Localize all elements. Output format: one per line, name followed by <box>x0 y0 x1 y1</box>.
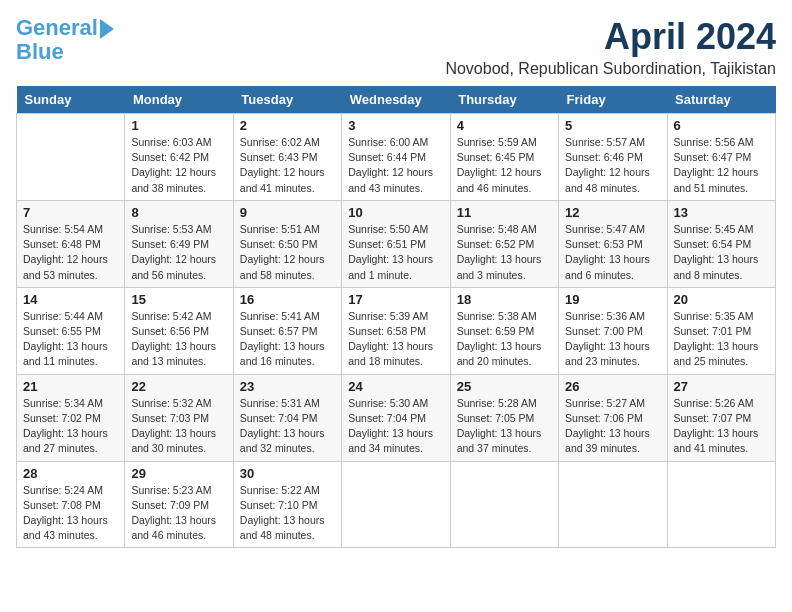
day-info: Sunrise: 5:22 AMSunset: 7:10 PMDaylight:… <box>240 483 335 544</box>
calendar-cell: 13Sunrise: 5:45 AMSunset: 6:54 PMDayligh… <box>667 200 775 287</box>
day-number: 3 <box>348 118 443 133</box>
calendar-cell: 22Sunrise: 5:32 AMSunset: 7:03 PMDayligh… <box>125 374 233 461</box>
day-info: Sunrise: 5:57 AMSunset: 6:46 PMDaylight:… <box>565 135 660 196</box>
day-info: Sunrise: 5:48 AMSunset: 6:52 PMDaylight:… <box>457 222 552 283</box>
calendar-header-row: SundayMondayTuesdayWednesdayThursdayFrid… <box>17 86 776 114</box>
day-number: 5 <box>565 118 660 133</box>
calendar-cell: 28Sunrise: 5:24 AMSunset: 7:08 PMDayligh… <box>17 461 125 548</box>
calendar-cell: 9Sunrise: 5:51 AMSunset: 6:50 PMDaylight… <box>233 200 341 287</box>
day-info: Sunrise: 5:44 AMSunset: 6:55 PMDaylight:… <box>23 309 118 370</box>
header-monday: Monday <box>125 86 233 114</box>
day-info: Sunrise: 5:26 AMSunset: 7:07 PMDaylight:… <box>674 396 769 457</box>
calendar-cell <box>667 461 775 548</box>
calendar-cell: 23Sunrise: 5:31 AMSunset: 7:04 PMDayligh… <box>233 374 341 461</box>
calendar-cell: 4Sunrise: 5:59 AMSunset: 6:45 PMDaylight… <box>450 114 558 201</box>
day-number: 19 <box>565 292 660 307</box>
page-header: General Blue April 2024 Novobod, Republi… <box>16 16 776 78</box>
day-info: Sunrise: 5:54 AMSunset: 6:48 PMDaylight:… <box>23 222 118 283</box>
calendar-cell: 25Sunrise: 5:28 AMSunset: 7:05 PMDayligh… <box>450 374 558 461</box>
day-number: 4 <box>457 118 552 133</box>
day-number: 28 <box>23 466 118 481</box>
day-number: 15 <box>131 292 226 307</box>
day-info: Sunrise: 6:00 AMSunset: 6:44 PMDaylight:… <box>348 135 443 196</box>
calendar-cell: 30Sunrise: 5:22 AMSunset: 7:10 PMDayligh… <box>233 461 341 548</box>
calendar-cell: 7Sunrise: 5:54 AMSunset: 6:48 PMDaylight… <box>17 200 125 287</box>
calendar-cell <box>17 114 125 201</box>
day-info: Sunrise: 5:31 AMSunset: 7:04 PMDaylight:… <box>240 396 335 457</box>
day-number: 12 <box>565 205 660 220</box>
day-number: 26 <box>565 379 660 394</box>
day-info: Sunrise: 5:38 AMSunset: 6:59 PMDaylight:… <box>457 309 552 370</box>
calendar-table: SundayMondayTuesdayWednesdayThursdayFrid… <box>16 86 776 548</box>
header-saturday: Saturday <box>667 86 775 114</box>
calendar-cell: 16Sunrise: 5:41 AMSunset: 6:57 PMDayligh… <box>233 287 341 374</box>
week-row-1: 1Sunrise: 6:03 AMSunset: 6:42 PMDaylight… <box>17 114 776 201</box>
header-thursday: Thursday <box>450 86 558 114</box>
logo-line1: General <box>16 16 114 40</box>
calendar-cell: 24Sunrise: 5:30 AMSunset: 7:04 PMDayligh… <box>342 374 450 461</box>
location: Novobod, Republican Subordination, Tajik… <box>445 60 776 78</box>
calendar-cell: 6Sunrise: 5:56 AMSunset: 6:47 PMDaylight… <box>667 114 775 201</box>
calendar-cell <box>450 461 558 548</box>
day-number: 17 <box>348 292 443 307</box>
day-info: Sunrise: 5:51 AMSunset: 6:50 PMDaylight:… <box>240 222 335 283</box>
day-number: 18 <box>457 292 552 307</box>
day-number: 27 <box>674 379 769 394</box>
day-info: Sunrise: 5:50 AMSunset: 6:51 PMDaylight:… <box>348 222 443 283</box>
day-info: Sunrise: 5:47 AMSunset: 6:53 PMDaylight:… <box>565 222 660 283</box>
day-number: 8 <box>131 205 226 220</box>
calendar-cell: 8Sunrise: 5:53 AMSunset: 6:49 PMDaylight… <box>125 200 233 287</box>
day-number: 11 <box>457 205 552 220</box>
day-info: Sunrise: 5:23 AMSunset: 7:09 PMDaylight:… <box>131 483 226 544</box>
day-info: Sunrise: 5:24 AMSunset: 7:08 PMDaylight:… <box>23 483 118 544</box>
logo-general: General <box>16 15 98 40</box>
day-info: Sunrise: 5:28 AMSunset: 7:05 PMDaylight:… <box>457 396 552 457</box>
day-info: Sunrise: 6:03 AMSunset: 6:42 PMDaylight:… <box>131 135 226 196</box>
calendar-cell: 12Sunrise: 5:47 AMSunset: 6:53 PMDayligh… <box>559 200 667 287</box>
day-info: Sunrise: 5:32 AMSunset: 7:03 PMDaylight:… <box>131 396 226 457</box>
header-friday: Friday <box>559 86 667 114</box>
week-row-3: 14Sunrise: 5:44 AMSunset: 6:55 PMDayligh… <box>17 287 776 374</box>
day-number: 16 <box>240 292 335 307</box>
calendar-cell: 1Sunrise: 6:03 AMSunset: 6:42 PMDaylight… <box>125 114 233 201</box>
day-number: 22 <box>131 379 226 394</box>
calendar-cell: 18Sunrise: 5:38 AMSunset: 6:59 PMDayligh… <box>450 287 558 374</box>
day-info: Sunrise: 5:53 AMSunset: 6:49 PMDaylight:… <box>131 222 226 283</box>
header-tuesday: Tuesday <box>233 86 341 114</box>
day-number: 30 <box>240 466 335 481</box>
calendar-cell: 17Sunrise: 5:39 AMSunset: 6:58 PMDayligh… <box>342 287 450 374</box>
day-info: Sunrise: 5:36 AMSunset: 7:00 PMDaylight:… <box>565 309 660 370</box>
day-info: Sunrise: 5:34 AMSunset: 7:02 PMDaylight:… <box>23 396 118 457</box>
day-info: Sunrise: 5:42 AMSunset: 6:56 PMDaylight:… <box>131 309 226 370</box>
day-info: Sunrise: 5:39 AMSunset: 6:58 PMDaylight:… <box>348 309 443 370</box>
day-number: 2 <box>240 118 335 133</box>
day-info: Sunrise: 5:30 AMSunset: 7:04 PMDaylight:… <box>348 396 443 457</box>
week-row-5: 28Sunrise: 5:24 AMSunset: 7:08 PMDayligh… <box>17 461 776 548</box>
day-number: 13 <box>674 205 769 220</box>
day-info: Sunrise: 5:35 AMSunset: 7:01 PMDaylight:… <box>674 309 769 370</box>
calendar-cell: 27Sunrise: 5:26 AMSunset: 7:07 PMDayligh… <box>667 374 775 461</box>
calendar-cell: 15Sunrise: 5:42 AMSunset: 6:56 PMDayligh… <box>125 287 233 374</box>
day-number: 1 <box>131 118 226 133</box>
calendar-cell: 11Sunrise: 5:48 AMSunset: 6:52 PMDayligh… <box>450 200 558 287</box>
day-number: 10 <box>348 205 443 220</box>
day-number: 24 <box>348 379 443 394</box>
header-wednesday: Wednesday <box>342 86 450 114</box>
day-number: 6 <box>674 118 769 133</box>
day-number: 25 <box>457 379 552 394</box>
day-info: Sunrise: 5:45 AMSunset: 6:54 PMDaylight:… <box>674 222 769 283</box>
day-info: Sunrise: 5:59 AMSunset: 6:45 PMDaylight:… <box>457 135 552 196</box>
calendar-cell: 29Sunrise: 5:23 AMSunset: 7:09 PMDayligh… <box>125 461 233 548</box>
logo: General Blue <box>16 16 114 64</box>
calendar-cell: 14Sunrise: 5:44 AMSunset: 6:55 PMDayligh… <box>17 287 125 374</box>
title-block: April 2024 Novobod, Republican Subordina… <box>445 16 776 78</box>
week-row-2: 7Sunrise: 5:54 AMSunset: 6:48 PMDaylight… <box>17 200 776 287</box>
calendar-cell: 26Sunrise: 5:27 AMSunset: 7:06 PMDayligh… <box>559 374 667 461</box>
header-sunday: Sunday <box>17 86 125 114</box>
calendar-cell: 20Sunrise: 5:35 AMSunset: 7:01 PMDayligh… <box>667 287 775 374</box>
week-row-4: 21Sunrise: 5:34 AMSunset: 7:02 PMDayligh… <box>17 374 776 461</box>
calendar-cell: 5Sunrise: 5:57 AMSunset: 6:46 PMDaylight… <box>559 114 667 201</box>
calendar-cell <box>342 461 450 548</box>
day-info: Sunrise: 5:41 AMSunset: 6:57 PMDaylight:… <box>240 309 335 370</box>
day-number: 7 <box>23 205 118 220</box>
